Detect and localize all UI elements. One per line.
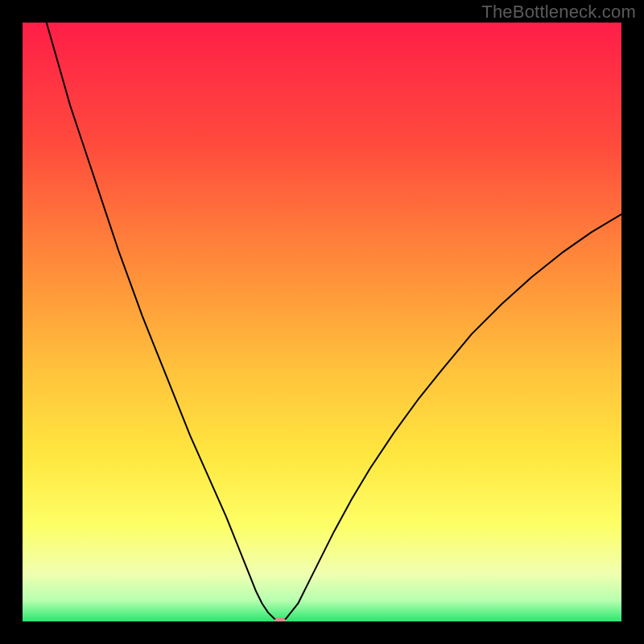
chart-frame: TheBottleneck.com [0, 0, 644, 644]
chart-border-bottom [0, 621, 644, 644]
gradient-background [23, 23, 621, 621]
chart-border-left [0, 0, 23, 644]
chart-border-right [621, 0, 644, 644]
bottleneck-chart [0, 0, 644, 644]
watermark-text: TheBottleneck.com [481, 2, 636, 23]
